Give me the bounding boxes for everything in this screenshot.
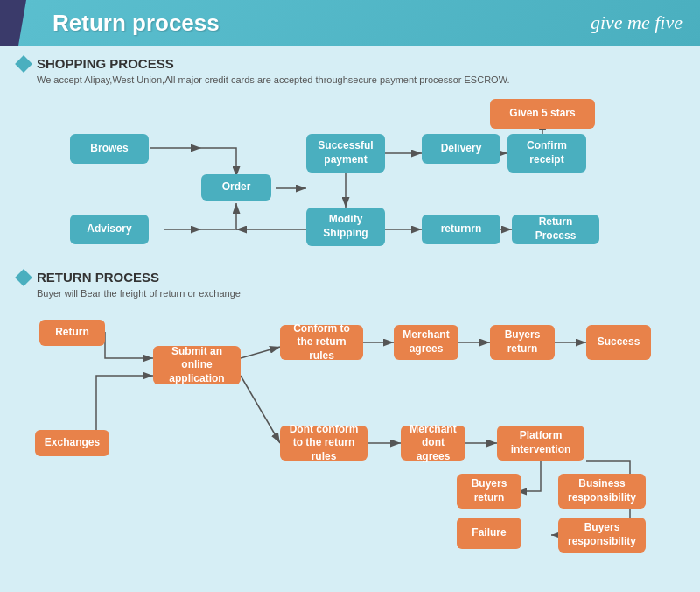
return-diagram: Return Exchanges Submit an online applic… [18,307,682,579]
success-box: Success [586,325,651,360]
merchant-agrees-box: Merchant agrees [394,325,458,360]
content-area: SHOPPING PROCESS We accept Alipay,West U… [0,46,700,592]
failure-box: Failure [457,518,522,549]
buyers-responsibility-box: Buyers responsibility [558,518,646,553]
return-process-box: Return Process [512,215,599,244]
exchanges-box: Exchanges [35,430,109,456]
order-box: Order [201,174,271,201]
confirm-receipt-box: Confirm receipt [508,134,586,173]
given-5-stars-box: Given 5 stars [490,99,595,129]
diamond-icon [15,55,32,73]
shopping-title: SHOPPING PROCESS [37,56,174,71]
return-desc: Buyer will Bear the freight of return or… [37,288,682,299]
shopping-section-header: SHOPPING PROCESS [18,56,682,71]
shopping-diagram: Given 5 stars Browes Successful payment … [18,94,682,264]
return-section-header: RETURN PROCESS [18,270,682,285]
svg-line-13 [241,376,280,443]
page-title: Return process [52,10,220,37]
submit-online-box: Submit an online application [153,346,241,384]
buyers-return2-box: Buyers return [457,474,522,509]
successful-payment-box: Successful payment [306,134,385,173]
modify-shipping-box: Modify Shipping [306,208,385,246]
browes-box: Browes [70,134,149,164]
header: Return process give me five [0,0,700,46]
svg-line-12 [241,347,280,358]
diamond-icon-2 [15,269,32,286]
advisory-box: Advisory [70,215,149,244]
return-box: Return [39,320,105,346]
return-title: RETURN PROCESS [37,270,159,285]
conform-rules-box: Conform to the return rules [280,325,363,360]
delivery-box: Delivery [422,134,500,164]
merchant-dont-agrees-box: Merchant dont agrees [401,426,466,461]
returnrn-box: returnrn [422,215,500,244]
platform-intervention-box: Platform intervention [497,426,584,461]
buyers-return1-box: Buyers return [490,325,555,360]
logo: give me five [591,11,682,34]
business-responsibility-box: Business responsibility [558,474,646,509]
dont-conform-rules-box: Dont conform to the return rules [280,426,368,461]
shopping-desc: We accept Alipay,West Union,All major cr… [37,74,682,85]
